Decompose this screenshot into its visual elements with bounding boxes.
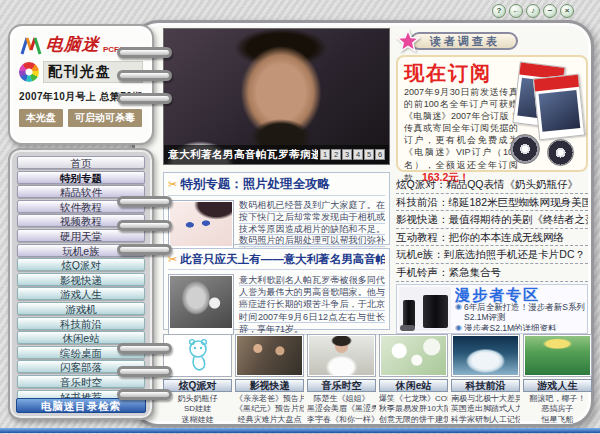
hero-pager: 1 2 3 4 5 6: [320, 149, 385, 160]
q-party-thumb[interactable]: [163, 334, 232, 377]
music-link-1[interactable]: 陈楚生《姐姐》: [307, 394, 376, 404]
tech-link-3[interactable]: 科学家研制人工记忆装置: [451, 415, 520, 425]
category-column-leisure: 休闲e站 爆笑《七龙珠》COSPLAY 秋季最易发胖10大陷阱 创意无限的饼干建…: [379, 334, 448, 425]
category-column-q-party: 炫Q派对 奶头奶瓶仔 SD娃娃 迷糊娃娃: [163, 334, 232, 425]
news-item-terminator-series[interactable]: 影视快递：最值得期待的美剧《终结者之莎拉传》: [396, 211, 588, 229]
music-link-3[interactable]: 李宇春《和你一样》: [307, 415, 376, 425]
pavarotti-article-text: 意大利歌剧名人帕瓦罗蒂被很多同代人誉为最伟大的男高音歌唱家。他与癌症进行长期的艰…: [239, 274, 385, 335]
category-column-music: 音乐时空 陈楚生《姐姐》 黑涩会美眉《黑涩秀》 李宇春《和你一样》: [307, 334, 376, 425]
bottom-blue-bar: [0, 428, 600, 433]
close-button[interactable]: ×: [560, 4, 574, 18]
leisure-link-1[interactable]: 爆笑《七龙珠》COSPLAY: [379, 394, 448, 404]
sidebar-item-special-topic[interactable]: 特别专题: [17, 171, 145, 184]
bottom-category-row: 炫Q派对 奶头奶瓶仔 SD娃娃 迷糊娃娃 影视快递 《亲亲老爸》预告片 《黑纪元…: [163, 334, 591, 425]
tech-link-2[interactable]: 英国造出脚踏式人力潜艇: [451, 404, 520, 414]
subscribe-body: 2007年9月30日前发送传真的前100名全年订户可获赠《电脑迷》2007年合订…: [404, 86, 518, 184]
leisure-link-2[interactable]: 秋季最易发胖10大陷阱: [379, 404, 448, 414]
scissors-icon: ✂: [168, 178, 177, 191]
movies-link-3[interactable]: 经典灾难片大盘点: [235, 415, 304, 425]
music-label[interactable]: 音乐时空: [307, 379, 376, 392]
sidebar-item-home[interactable]: 首页: [17, 156, 145, 169]
reader-survey-button[interactable]: 读者调查表: [410, 32, 518, 50]
special-topic-panel: ✂ 特别专题：照片处理全攻略 数码相机已经普及到广大家庭了。在按下快门之后却常常…: [163, 172, 390, 245]
tech-link-1[interactable]: 南极与北极十大差异: [451, 394, 520, 404]
news-item-qq-emoticons[interactable]: 炫Q派对：精品QQ表情《奶头奶瓶仔》: [396, 176, 588, 194]
category-column-games: 游戏人生 翻滚吧，椰子！ 恶搞房子 恒星飞船: [523, 334, 592, 425]
qq-mascot-icon: [165, 336, 230, 375]
sidebar-item-tech-frontier[interactable]: 科技前沿: [17, 317, 145, 330]
pcfan-m-logo-icon: [19, 36, 43, 56]
minimize-button[interactable]: −: [543, 4, 557, 18]
pavarotti-article-title[interactable]: 此音只应天上有——意大利著名男高音帕瓦罗蒂病逝: [180, 252, 385, 267]
movies-thumb[interactable]: [235, 334, 304, 377]
edifier-review-link[interactable]: ◉ 6年后全新打造！漫步者新S系列S2.1M评测: [455, 302, 585, 323]
edifier-speakers-image: [399, 287, 451, 331]
music-thumb[interactable]: [307, 334, 376, 377]
games-link-1[interactable]: 翻滚吧，椰子！: [523, 394, 592, 404]
hero-page-1[interactable]: 1: [320, 149, 330, 160]
news-item-ringtone[interactable]: 手机铃声：紧急集合号: [396, 264, 588, 282]
cd-pinwheel-icon: [19, 62, 39, 82]
hero-page-4[interactable]: 4: [353, 149, 363, 160]
star-icon: [396, 29, 420, 53]
hero-page-3[interactable]: 3: [342, 149, 352, 160]
movies-link-2[interactable]: 《黑纪元》预告片欣赏: [235, 404, 304, 414]
edifier-specs-link[interactable]: ◉ 漫步者S2.1M的详细资料: [455, 323, 585, 331]
hero-page-6[interactable]: 6: [375, 149, 385, 160]
games-link-2[interactable]: 恶搞房子: [523, 404, 592, 414]
masthead-card: 电脑迷 PCFAN 配刊光盘 2007年10月号上 总第79期 本光盘 可启动可…: [8, 24, 154, 145]
binder-ring: [117, 244, 172, 255]
pavarotti-article-panel: ✂ 此音只应天上有——意大利著名男高音帕瓦罗蒂病逝 意大利歌剧名人帕瓦罗蒂被很多…: [163, 248, 390, 330]
hero-caption: 意大利著名男高音帕瓦罗蒂病逝: [168, 148, 318, 162]
movies-label[interactable]: 影视快递: [235, 379, 304, 392]
back-button[interactable]: ←: [509, 4, 523, 18]
edifier-zone-title[interactable]: 漫步者专区: [455, 287, 585, 302]
games-link-3[interactable]: 恒星飞船: [523, 415, 592, 425]
q-party-link-1[interactable]: 奶头奶瓶仔: [163, 394, 232, 404]
help-button[interactable]: ?: [492, 4, 506, 18]
tech-thumb[interactable]: [451, 334, 520, 377]
hero-page-5[interactable]: 5: [364, 149, 374, 160]
subscribe-text: 2007年9月30日前发送传真的前100名全年订户可获赠《电脑迷》2007年合订…: [404, 87, 518, 183]
tech-label[interactable]: 科技前沿: [451, 379, 520, 392]
q-party-label[interactable]: 炫Q派对: [163, 379, 232, 392]
sidebar-item-q-party[interactable]: 炫Q派对: [17, 258, 145, 271]
binder-ring: [117, 220, 172, 231]
magazine-cover: [533, 74, 585, 140]
sidebar-item-game-console[interactable]: 游戏机: [17, 302, 145, 315]
pavarotti-thumb[interactable]: [168, 274, 234, 335]
bullet-icon: ◉: [455, 302, 462, 323]
movies-link-1[interactable]: 《亲亲老爸》预告片: [235, 394, 304, 404]
sidebar-item-game-life[interactable]: 游戏人生: [17, 287, 145, 300]
binder-ring: [117, 47, 172, 58]
special-topic-title[interactable]: 特别专题：照片处理全攻略: [180, 176, 330, 193]
news-item-spider-web[interactable]: 科技前沿：绵延182米巨型蜘蛛网现身美国公园: [396, 194, 588, 212]
q-party-link-3[interactable]: 迷糊娃娃: [163, 415, 232, 425]
edifier-review-text: 6年后全新打造！漫步者新S系列S2.1M评测: [464, 302, 585, 323]
magazine-covers-image: [510, 63, 582, 166]
leisure-link-3[interactable]: 创意无限的饼干建筑: [379, 415, 448, 425]
news-item-camera-phone-vs-dc[interactable]: 玩机e族：到底选拍照手机还是卡片DC？: [396, 246, 588, 264]
games-thumb[interactable]: [523, 334, 592, 377]
games-label[interactable]: 游戏人生: [523, 379, 592, 392]
binder-ring: [117, 70, 172, 81]
leisure-thumb[interactable]: [379, 334, 448, 377]
hero-page-2[interactable]: 2: [331, 149, 341, 160]
music-toggle-button[interactable]: ♪: [526, 4, 540, 18]
pavarotti-hero-photo[interactable]: 意大利著名男高音帕瓦罗蒂病逝 1 2 3 4 5 6: [163, 28, 390, 165]
sidebar-menu: 首页 特别专题 精品软件 软件教程 视频教程 硬用天堂 玩机e族 炫Q派对 影视…: [8, 148, 154, 420]
binder-ring: [117, 93, 172, 104]
q-party-link-2[interactable]: SD娃娃: [163, 404, 232, 414]
binder-ring: [117, 389, 172, 400]
news-item-wireless-network[interactable]: 互动教程：把你的本本连成无线网络: [396, 229, 588, 247]
sidebar-item-movie-express[interactable]: 影视快递: [17, 273, 145, 286]
edifier-zone-panel: 漫步者专区 ◉ 6年后全新打造！漫步者新S系列S2.1M评测 ◉ 漫步者S2.1…: [396, 284, 588, 334]
news-list: 炫Q派对：精品QQ表情《奶头奶瓶仔》 科技前沿：绵延182米巨型蜘蛛网现身美国公…: [396, 176, 588, 282]
leisure-label[interactable]: 休闲e站: [379, 379, 448, 392]
catalog-search-button[interactable]: 电脑迷目录检索: [16, 398, 146, 413]
cd-disc-image: [510, 134, 540, 164]
category-column-movies: 影视快递 《亲亲老爸》预告片 《黑纪元》预告片欣赏 经典灾难片大盘点: [235, 334, 304, 425]
binder-ring: [117, 343, 172, 354]
music-link-2[interactable]: 黑涩会美眉《黑涩秀》: [307, 404, 376, 414]
bullet-icon: ◉: [455, 323, 462, 331]
